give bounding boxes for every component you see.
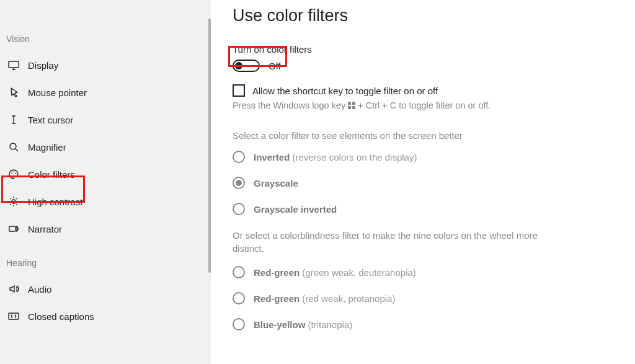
- sidebar-item-display[interactable]: Display: [6, 51, 211, 79]
- svg-point-3: [13, 171, 14, 172]
- windows-logo-icon: [348, 102, 355, 109]
- filter-section-label: Select a color filter to see elements on…: [233, 130, 555, 141]
- main-content: Use color filters Turn on color filters …: [211, 0, 635, 364]
- radio-protanopia[interactable]: Red-green (red weak, protanopia): [233, 292, 610, 304]
- colorblind-intro: Or select a colorblindness filter to mak…: [233, 229, 555, 255]
- radio-tritanopia[interactable]: Blue-yellow (tritanopia): [233, 318, 610, 331]
- magnifier-icon: [7, 141, 20, 153]
- svg-rect-7: [9, 313, 19, 319]
- brightness-icon: [7, 195, 20, 208]
- svg-point-5: [12, 200, 16, 203]
- sidebar-item-color-filters[interactable]: Color filters: [6, 161, 211, 188]
- sidebar-item-label: Audio: [28, 284, 51, 295]
- sidebar-item-label: High contrast: [28, 197, 82, 207]
- toggle-label: Turn on color filters: [233, 44, 610, 55]
- palette-icon: [7, 168, 20, 180]
- svg-point-4: [15, 172, 16, 174]
- cc-icon: [7, 310, 20, 322]
- pointer-icon: [7, 86, 20, 99]
- sidebar-item-high-contrast[interactable]: High contrast: [6, 188, 211, 215]
- narrator-icon: [7, 223, 20, 235]
- svg-rect-0: [9, 61, 19, 68]
- settings-sidebar: Vision Display Mouse pointer Text cursor: [0, 0, 211, 364]
- sidebar-item-magnifier[interactable]: Magnifier: [6, 133, 211, 161]
- monitor-icon: [7, 59, 20, 71]
- sidebar-section-hearing: Hearing: [6, 242, 211, 275]
- toggle-state-text: Off: [269, 61, 281, 71]
- sidebar-item-mouse-pointer[interactable]: Mouse pointer: [6, 79, 211, 106]
- page-title: Use color filters: [233, 6, 610, 25]
- sidebar-section-vision: Vision: [6, 19, 211, 51]
- audio-icon: [7, 283, 20, 295]
- svg-point-1: [10, 143, 16, 149]
- radio-inverted[interactable]: Inverted (reverse colors on the display): [233, 151, 610, 163]
- sidebar-item-label: Magnifier: [28, 142, 66, 153]
- sidebar-item-label: Display: [28, 60, 58, 71]
- sidebar-item-label: Narrator: [28, 224, 62, 234]
- sidebar-item-audio[interactable]: Audio: [6, 275, 211, 303]
- shortcut-checkbox[interactable]: [233, 84, 245, 97]
- radio-deuteranopia[interactable]: Red-green (green weak, deuteranopia): [233, 266, 610, 278]
- sidebar-item-label: Text cursor: [28, 115, 73, 125]
- svg-point-2: [11, 172, 12, 174]
- color-filters-toggle[interactable]: [233, 60, 260, 72]
- sidebar-item-text-cursor[interactable]: Text cursor: [6, 106, 211, 133]
- radio-grayscale[interactable]: Grayscale: [233, 177, 610, 189]
- svg-rect-6: [9, 226, 16, 231]
- shortcut-hint: Press the Windows logo key + Ctrl + C to…: [233, 100, 610, 110]
- sidebar-item-closed-captions[interactable]: Closed captions: [6, 303, 211, 330]
- sidebar-item-label: Closed captions: [28, 311, 94, 322]
- checkbox-label: Allow the shortcut key to toggle filter …: [252, 86, 438, 96]
- sidebar-item-label: Color filters: [28, 169, 75, 180]
- radio-grayscale-inverted[interactable]: Grayscale inverted: [233, 203, 610, 215]
- sidebar-item-narrator[interactable]: Narrator: [6, 215, 211, 242]
- text-cursor-icon: [7, 113, 20, 126]
- sidebar-item-label: Mouse pointer: [28, 87, 87, 98]
